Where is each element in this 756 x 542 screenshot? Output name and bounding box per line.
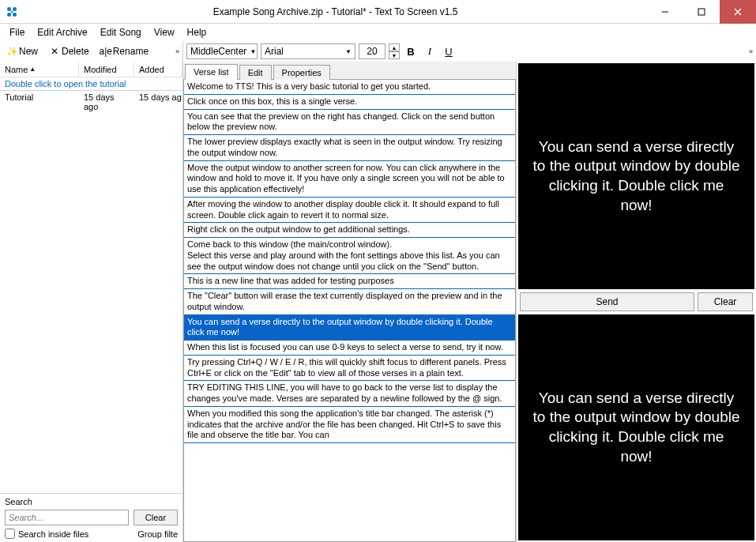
menu-help[interactable]: Help [187, 27, 207, 38]
verse-item[interactable]: TRY EDITING THIS LINE, you will have to … [184, 381, 515, 407]
preview-upper[interactable]: You can send a verse directly to the out… [518, 63, 754, 289]
search-clear-button[interactable]: Clear [134, 510, 178, 525]
tab-properties[interactable]: Properties [273, 65, 330, 80]
list-row[interactable]: Tutorial 15 days ago 15 days ag [0, 91, 182, 113]
underline-button[interactable]: U [441, 43, 457, 59]
verse-item[interactable]: Welcome to TTS! This is a very basic tut… [184, 80, 515, 95]
chevron-down-icon: ▼ [345, 48, 352, 55]
overflow-icon[interactable]: » [175, 47, 179, 55]
verse-item[interactable]: Right click on the output window to get … [184, 223, 515, 238]
search-input[interactable] [5, 510, 129, 525]
minimize-button[interactable] [647, 0, 683, 24]
font-size-input[interactable] [359, 43, 386, 59]
verse-item[interactable]: Come back to this window (the main/contr… [184, 238, 515, 274]
font-select[interactable]: Arial ▼ [261, 43, 355, 59]
size-down-button[interactable]: ▼ [389, 51, 400, 59]
verse-item[interactable]: Click once on this box, this is a single… [184, 95, 515, 110]
new-icon: ✨ [6, 46, 17, 57]
menu-edit-song[interactable]: Edit Song [100, 27, 141, 38]
window-title: Example Song Archive.zip - Tutorial* - T… [24, 6, 647, 17]
delete-icon: ✕ [49, 46, 60, 57]
tab-verse-list[interactable]: Verse list [185, 64, 238, 80]
preview-lower[interactable]: You can send a verse directly to the out… [518, 314, 754, 540]
search-inside-checkbox[interactable]: Search inside files [5, 529, 88, 539]
bold-button[interactable]: B [403, 43, 419, 59]
verse-list[interactable]: Welcome to TTS! This is a very basic tut… [183, 79, 516, 542]
tutorial-link[interactable]: Double click to open the tutorial [0, 77, 182, 91]
clear-button[interactable]: Clear [698, 292, 753, 311]
size-up-button[interactable]: ▲ [389, 43, 400, 51]
verse-item[interactable]: You can see that the preview on the righ… [184, 110, 515, 136]
menu-view[interactable]: View [154, 27, 175, 38]
verse-item[interactable]: Try pressing Ctrl+Q / W / E / R, this wi… [184, 356, 515, 382]
verse-item[interactable]: When this list is focused you can use 0-… [184, 341, 515, 356]
menu-file[interactable]: File [9, 27, 24, 38]
close-button[interactable] [720, 0, 756, 24]
verse-item[interactable]: When you modified this song the applicat… [184, 407, 515, 443]
verse-item[interactable]: This is a new line that was added for te… [184, 274, 515, 289]
align-select[interactable]: MiddleCenter ▼ [186, 43, 258, 59]
verse-item[interactable]: You can send a verse directly to the out… [184, 315, 515, 341]
verse-item[interactable]: Move the output window to another screen… [184, 161, 515, 198]
rename-icon: a|e [100, 46, 111, 57]
svg-rect-1 [698, 9, 705, 15]
chevron-down-icon: ▼ [250, 48, 256, 55]
verse-item[interactable]: After moving the window to another displ… [184, 198, 515, 224]
new-button[interactable]: ✨ New [3, 44, 41, 58]
column-added[interactable]: Added [134, 62, 182, 77]
send-button[interactable]: Send [520, 292, 694, 311]
sort-asc-icon: ▲ [29, 66, 36, 73]
overflow-icon[interactable]: » [749, 47, 753, 55]
search-header: Search [5, 497, 178, 506]
column-modified[interactable]: Modified [79, 62, 134, 77]
maximize-button[interactable] [683, 0, 720, 24]
rename-button[interactable]: a|e Rename [97, 44, 152, 58]
verse-item[interactable]: The lower preview displays exactly what … [184, 135, 515, 161]
menu-edit-archive[interactable]: Edit Archive [37, 27, 87, 38]
tab-edit[interactable]: Edit [239, 65, 272, 80]
group-filter[interactable]: Group filte [137, 529, 178, 539]
column-name[interactable]: Name▲ [0, 62, 79, 77]
delete-button[interactable]: ✕ Delete [46, 44, 92, 58]
verse-item[interactable]: The "Clear" button will erase the text c… [184, 289, 515, 315]
italic-button[interactable]: I [422, 43, 438, 59]
app-icon [0, 0, 24, 24]
